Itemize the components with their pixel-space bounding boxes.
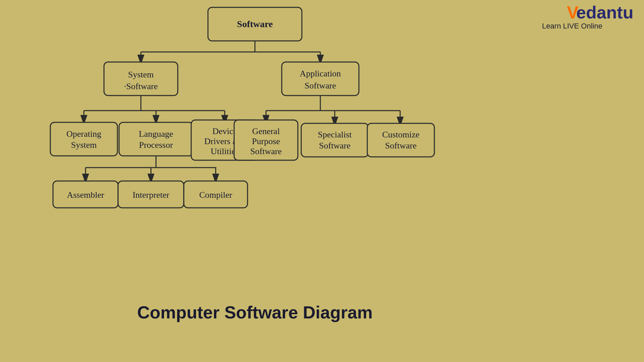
diagram-container: V edantu Learn LIVE Online xyxy=(0,0,644,362)
svg-rect-29 xyxy=(367,123,434,157)
svg-text:Software: Software xyxy=(237,19,273,29)
svg-text:Language: Language xyxy=(139,129,173,139)
svg-text:edantu: edantu xyxy=(576,3,633,22)
svg-text:Assembler: Assembler xyxy=(67,190,104,200)
svg-text:Application: Application xyxy=(300,69,341,78)
svg-text:System: System xyxy=(128,70,154,79)
svg-text:Specialist: Specialist xyxy=(318,130,352,139)
svg-text:Interpreter: Interpreter xyxy=(132,190,169,200)
svg-text:Processor: Processor xyxy=(139,140,173,150)
svg-text:Software: Software xyxy=(305,81,336,90)
diagram-title: Computer Software Diagram xyxy=(137,303,373,322)
node-general-purpose-software: General Purpose Software xyxy=(234,120,298,160)
svg-text:Device: Device xyxy=(212,126,237,136)
svg-text:Software: Software xyxy=(319,141,351,150)
svg-rect-9 xyxy=(282,62,359,96)
svg-text:System: System xyxy=(71,140,97,150)
node-customize-software: Customize Software xyxy=(367,123,434,157)
svg-text:Compiler: Compiler xyxy=(199,190,232,200)
node-specialist-software: Specialist Software xyxy=(301,123,368,157)
svg-text:·Software: ·Software xyxy=(124,81,158,91)
node-software: Software xyxy=(208,7,302,41)
svg-text:Customize: Customize xyxy=(382,130,419,139)
node-interpreter: Interpreter xyxy=(118,181,184,208)
svg-text:General: General xyxy=(252,126,280,136)
svg-rect-26 xyxy=(301,123,368,157)
node-assembler: Assembler xyxy=(53,181,118,208)
node-language-processor: Language Processor xyxy=(119,122,193,156)
node-application-software: Application Software xyxy=(282,62,359,96)
node-operating-system: Operating System xyxy=(50,122,117,156)
svg-text:Software: Software xyxy=(250,146,282,156)
svg-text:Operating: Operating xyxy=(66,129,101,139)
svg-rect-15 xyxy=(119,122,193,156)
node-compiler: Compiler xyxy=(184,181,248,208)
svg-text:Software: Software xyxy=(385,141,417,150)
svg-text:Learn LIVE Online: Learn LIVE Online xyxy=(542,22,602,30)
node-system-software: System ·Software xyxy=(104,62,178,96)
svg-rect-12 xyxy=(50,122,117,156)
svg-text:Purpose: Purpose xyxy=(252,136,280,146)
